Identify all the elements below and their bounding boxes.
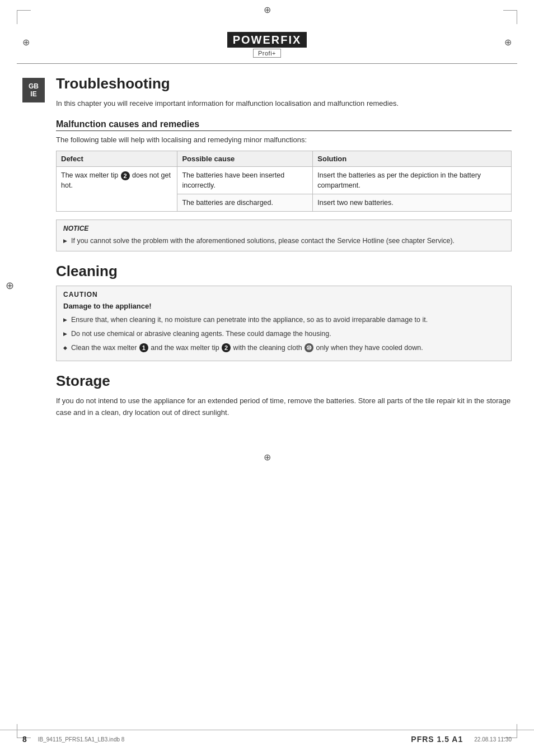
footer-date: 22.08.13 11:30 (474, 736, 512, 743)
content-area: GB IE Troubleshooting In this chapter yo… (0, 64, 534, 441)
circle-num-1a: 1 (139, 343, 148, 352)
col-cause: Possible cause (177, 151, 313, 167)
footer-right: PFRS 1.5 A1 22.08.13 11:30 (411, 735, 512, 744)
storage-title: Storage (56, 372, 512, 390)
notice-label: NOTICE (63, 225, 504, 232)
storage-section: Storage If you do not intend to use the … (56, 372, 512, 418)
notice-box: NOTICE If you cannot solve the problem w… (56, 220, 512, 251)
caution-box: CAUTION Damage to the appliance! Ensure … (56, 286, 512, 361)
footer-left: 8 IB_94115_PFRS1.5A1_LB3.indb 8 (22, 735, 124, 744)
circle-num-10: ⑩ (305, 343, 313, 352)
notice-item: If you cannot solve the problem with the… (63, 236, 504, 246)
malfunction-subsection-title: Malfunction causes and remedies (56, 119, 512, 131)
cause-cell-2: The batteries are discharged. (177, 194, 313, 212)
model-name: PFRS 1.5 A1 (411, 735, 463, 744)
defect-cell: The wax melter tip 2 does not get hot. (57, 167, 177, 212)
col-defect: Defect (57, 151, 177, 167)
caution-item-2: Do not use chemical or abrasive cleaning… (63, 329, 504, 339)
troubleshooting-intro: In this chapter you will receive importa… (56, 98, 512, 109)
cleaning-title: Cleaning (56, 263, 512, 280)
bottom-crosshair-icon: ⊕ (0, 452, 534, 463)
solution-cell-2: Insert two new batteries. (313, 194, 512, 212)
crosshair-mid-left-icon: ⊕ (6, 279, 14, 292)
header-cross-right-icon: ⊕ (504, 37, 512, 48)
footer: 8 IB_94115_PFRS1.5A1_LB3.indb 8 PFRS 1.5… (0, 730, 534, 744)
malfunction-table: Defect Possible cause Solution The wax m… (56, 151, 512, 212)
country-tag: GB IE (22, 78, 45, 102)
col-solution: Solution (313, 151, 512, 167)
page-number: 8 (22, 735, 27, 744)
circle-num-2a: 2 (222, 343, 231, 352)
logo-powerfix: POWERFIX (227, 32, 307, 48)
storage-text: If you do not intend to use the applianc… (56, 395, 512, 418)
main-content: Troubleshooting In this chapter you will… (56, 75, 512, 418)
logo-area: POWERFIX Profi+ (227, 32, 307, 58)
caution-subtitle: Damage to the appliance! (63, 302, 504, 310)
cleaning-section: ⊕ ⊕ Cleaning CAUTION Damage to the appli… (56, 263, 512, 361)
cause-cell-1: The batteries have been inserted incorre… (177, 167, 313, 194)
table-intro: The following table will help with local… (56, 134, 512, 146)
side-label: GB IE (22, 78, 50, 418)
circle-num-2: 2 (121, 171, 130, 180)
page-wrap: ⊕ ⊕ POWERFIX Profi+ ⊕ GB IE Troubleshoot… (0, 4, 534, 756)
solution-cell-1: Insert the batteries as per the depictio… (313, 167, 512, 194)
footer-filename: IB_94115_PFRS1.5A1_LB3.indb 8 (38, 736, 125, 743)
logo-profi: Profi+ (253, 49, 281, 58)
caution-item-1: Ensure that, when cleaning it, no moistu… (63, 315, 504, 325)
header-cross-left-icon: ⊕ (22, 37, 30, 48)
caution-item-3: Clean the wax melter 1 and the wax melte… (63, 343, 504, 353)
top-crosshair-icon: ⊕ (0, 4, 534, 15)
header: ⊕ POWERFIX Profi+ ⊕ (17, 21, 517, 64)
table-row: The wax melter tip 2 does not get hot. T… (57, 167, 512, 194)
caution-label: CAUTION (63, 291, 504, 298)
troubleshooting-title: Troubleshooting (56, 75, 512, 92)
